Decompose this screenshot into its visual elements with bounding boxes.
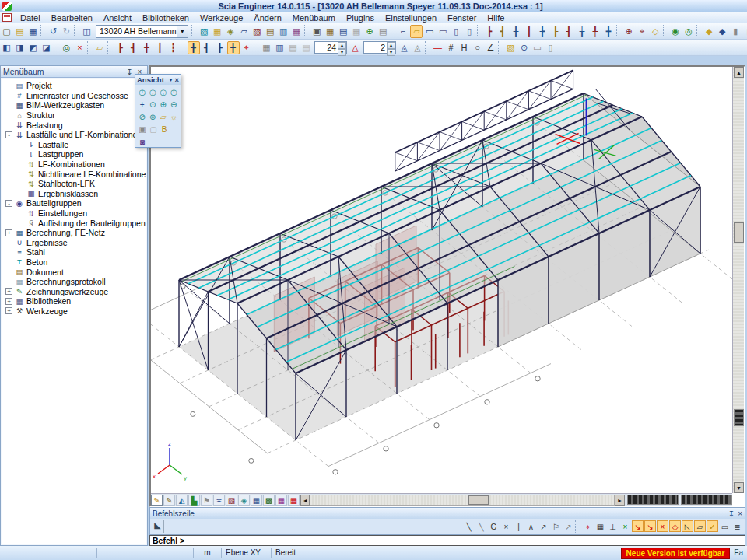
toolbar-icon[interactable]: ▢ xyxy=(1,25,13,38)
snap-icon[interactable]: ↘ xyxy=(644,520,656,532)
viewport-tool-icon[interactable]: ◈ xyxy=(238,495,250,506)
tree-item[interactable]: ▦ Berechnungsprotokoll xyxy=(2,277,146,287)
viewport-tool-icon[interactable]: ✎ xyxy=(151,495,163,506)
combo-dropdown-icon[interactable]: ▾ xyxy=(177,26,188,37)
toolbar-icon[interactable]: ▦ xyxy=(324,25,336,38)
clip-bar-1[interactable] xyxy=(627,495,679,505)
render-mode-icon[interactable]: ▢ xyxy=(149,124,159,134)
view-rotate-icon[interactable]: ◴ xyxy=(138,86,148,96)
toolbar-icon[interactable]: ▧ xyxy=(198,25,210,38)
snap-icon[interactable]: ◺ xyxy=(682,520,693,532)
tree-item[interactable]: § Auflistung der Bauteilgruppen xyxy=(2,218,146,228)
toolbar-icon[interactable]: ◩ xyxy=(27,41,40,54)
toolbar-icon[interactable]: ▦ xyxy=(261,41,273,54)
toolbar-icon[interactable]: ▥ xyxy=(277,25,289,38)
snap-icon[interactable]: ↗ xyxy=(538,520,549,532)
toolbar-icon[interactable]: ╊ xyxy=(536,25,549,38)
view-rotate-icon[interactable]: ◵ xyxy=(148,86,158,96)
tree-item[interactable]: ⇂ Lastfälle xyxy=(2,140,146,150)
toolbar-icon[interactable]: △ xyxy=(349,41,362,54)
view-rotate-icon[interactable]: ◷ xyxy=(169,86,179,96)
toolbar-icon[interactable]: ▤ xyxy=(14,25,26,38)
tree-item[interactable]: + ▦ Bibliotheken xyxy=(2,296,146,306)
snap-icon[interactable]: ∧ xyxy=(525,520,537,532)
toolbar-icon[interactable]: ◈ xyxy=(224,25,237,38)
tree-item[interactable]: ≡ Stahl xyxy=(2,247,146,257)
viewport-tool-icon[interactable]: ◭ xyxy=(176,495,188,506)
toolbar-icon[interactable]: — xyxy=(432,41,444,54)
perspective-icon[interactable]: ◙ xyxy=(138,136,148,146)
snap-icon[interactable]: ⌖ xyxy=(582,520,594,532)
toolbar-icon[interactable]: ▱ xyxy=(237,25,250,38)
tree-item[interactable]: - ◉ Bauteilgruppen xyxy=(2,198,146,208)
menu-item[interactable]: Ändern xyxy=(248,12,286,23)
snap-icon[interactable]: ⊥ xyxy=(607,520,619,532)
viewport-tool-icon[interactable]: ▨ xyxy=(226,495,237,506)
viewport-tool-icon[interactable]: ▦ xyxy=(275,495,287,506)
toolbar-icon[interactable]: # xyxy=(445,41,458,54)
toolbar-icon[interactable]: ▭ xyxy=(531,41,544,54)
tree-item[interactable]: ⇅ Nichtlineare LF-Kombinationen xyxy=(2,169,146,179)
toolbar-icon[interactable]: ▦ xyxy=(211,25,223,38)
toolbar-icon[interactable]: ┃ xyxy=(154,41,167,54)
menu-item[interactable]: Einstellungen xyxy=(380,12,442,23)
tree-item[interactable]: ⇅ Einstellungen xyxy=(2,208,146,219)
menu-item[interactable]: Hilfe xyxy=(482,12,510,23)
hscroll-thumb[interactable] xyxy=(468,495,489,505)
toolbar-icon[interactable]: ▤ xyxy=(300,41,313,54)
model-viewport[interactable]: zxy ✎✎◭▙⚑≍▨◈▦▩▦▦ ◄ ► ▲ ▼ xyxy=(149,65,745,507)
viewport-tool-icon[interactable]: ⚑ xyxy=(201,495,212,506)
toolbar-icon[interactable]: ▯ xyxy=(450,25,462,38)
snap-icon[interactable]: ╲ xyxy=(463,520,475,532)
toolbar-icon[interactable]: ▭ xyxy=(423,25,436,38)
snap-icon[interactable]: × xyxy=(619,520,631,532)
toolbar-icon[interactable]: ┫ xyxy=(496,25,509,38)
view-option-icon[interactable]: ⊚ xyxy=(148,111,158,121)
tree-item[interactable]: T Beton xyxy=(2,257,146,268)
toolbar-icon[interactable]: ◫ xyxy=(81,25,93,38)
toolbar-icon[interactable]: ▧ xyxy=(505,41,517,54)
toolbar-icon[interactable]: ┇ xyxy=(167,41,180,54)
toolbar-icon[interactable]: ◉ xyxy=(669,25,682,38)
project-combo[interactable]: 13020 AH Bellemann ▾ xyxy=(96,25,188,38)
tree-expander-icon[interactable]: + xyxy=(5,298,12,305)
view-rotate-icon[interactable]: ◶ xyxy=(159,86,169,96)
tree-item[interactable]: ∪ Ergebnisse xyxy=(2,238,146,248)
viewport-tool-icon[interactable]: ▩ xyxy=(263,495,275,506)
snap-icon[interactable]: × xyxy=(657,520,668,532)
zoom-icon[interactable]: ⊕ xyxy=(159,99,169,109)
view-option-icon[interactable]: ▱ xyxy=(159,111,169,121)
toolbar-icon[interactable]: ⊕ xyxy=(622,25,635,38)
tree-item[interactable]: # Linienraster und Geschosse xyxy=(2,91,146,101)
toolbar-icon[interactable]: × xyxy=(74,41,86,54)
toolbar-icon[interactable]: ◬ xyxy=(412,41,424,54)
toolbar-icon[interactable]: ▱ xyxy=(410,25,423,38)
toolbar-icon[interactable]: ╂ xyxy=(141,41,153,54)
toolbar-icon[interactable]: ▯ xyxy=(545,41,557,54)
render-mode-icon[interactable]: B xyxy=(160,124,170,134)
zoom-icon[interactable]: ⊙ xyxy=(148,99,158,109)
toolbar-icon[interactable]: ┨ xyxy=(563,25,575,38)
toolbar-icon[interactable]: ┫ xyxy=(128,41,140,54)
status-plane[interactable]: Ebene XY xyxy=(222,548,272,558)
toolbar-icon[interactable]: ╂ xyxy=(227,41,240,54)
view-option-icon[interactable]: ☼ xyxy=(169,111,179,121)
toolbar-icon[interactable]: H xyxy=(458,41,471,54)
snap-icon[interactable]: ≣ xyxy=(731,520,743,532)
toolbar-icon[interactable]: ∠ xyxy=(485,41,497,54)
toolbar-icon[interactable]: ▦ xyxy=(290,25,303,38)
toolbar-icon[interactable]: ╂ xyxy=(510,25,522,38)
toolbar-icon[interactable]: ↻ xyxy=(61,25,73,38)
snap-icon[interactable]: ⚐ xyxy=(550,520,562,532)
menu-item[interactable]: Datei xyxy=(15,12,46,23)
toolbar-icon[interactable]: ◎ xyxy=(61,41,73,54)
toolbar-icon[interactable]: ○ xyxy=(472,41,484,54)
cursor-mode-icon[interactable]: ◣ xyxy=(152,520,164,533)
tree-item[interactable]: + ▦ Berechnung, FE-Netz xyxy=(2,228,146,238)
toolbar-icon[interactable]: ◬ xyxy=(398,41,411,54)
document-icon[interactable] xyxy=(2,13,12,22)
clip-bar-2[interactable] xyxy=(681,495,732,505)
toolbar-icon[interactable]: ◎ xyxy=(682,25,695,38)
toolbar-icon[interactable]: ╊ xyxy=(188,41,200,54)
close-icon[interactable]: × xyxy=(738,509,742,518)
